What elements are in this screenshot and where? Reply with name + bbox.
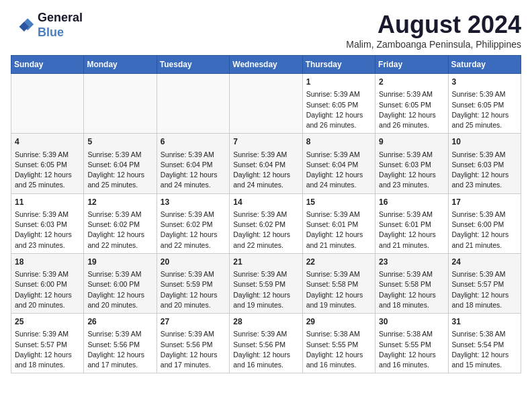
- logo-text: General Blue: [38, 11, 83, 40]
- day-info: and 25 minutes.: [452, 120, 517, 130]
- day-number: 29: [306, 316, 371, 328]
- day-info: Sunset: 5:58 PM: [379, 279, 444, 289]
- day-info: Daylight: 12 hours: [87, 170, 152, 180]
- day-info: Sunset: 6:01 PM: [379, 220, 444, 230]
- day-info: Sunset: 5:56 PM: [87, 340, 152, 350]
- day-info: Sunset: 6:02 PM: [161, 220, 226, 230]
- day-info: Daylight: 12 hours: [233, 290, 298, 300]
- day-info: Daylight: 12 hours: [161, 170, 226, 180]
- day-number: 27: [161, 316, 226, 328]
- day-info: Sunset: 6:02 PM: [87, 220, 152, 230]
- day-info: Daylight: 12 hours: [15, 230, 80, 240]
- day-info: Sunrise: 5:39 AM: [161, 150, 226, 160]
- day-info: Sunrise: 5:39 AM: [161, 269, 226, 279]
- day-info: and 15 minutes.: [452, 360, 517, 370]
- day-info: and 18 minutes.: [452, 300, 517, 310]
- sub-title: Malim, Zamboanga Peninsula, Philippines: [346, 39, 521, 50]
- day-number: 30: [379, 316, 444, 328]
- day-number: 16: [379, 197, 444, 208]
- day-number: 18: [15, 257, 80, 268]
- day-info: Daylight: 12 hours: [233, 170, 298, 180]
- calendar-cell: 27Sunrise: 5:39 AMSunset: 5:56 PMDayligh…: [157, 314, 229, 373]
- day-info: Sunset: 6:03 PM: [15, 220, 80, 230]
- calendar-cell: 28Sunrise: 5:39 AMSunset: 5:56 PMDayligh…: [230, 314, 302, 373]
- day-info: Sunrise: 5:39 AM: [233, 269, 298, 279]
- day-info: Daylight: 12 hours: [452, 230, 517, 240]
- day-info: Sunrise: 5:39 AM: [15, 210, 80, 220]
- week-row-4: 18Sunrise: 5:39 AMSunset: 6:00 PMDayligh…: [11, 253, 521, 313]
- day-info: and 16 minutes.: [379, 360, 444, 370]
- day-info: Sunrise: 5:39 AM: [306, 269, 371, 279]
- day-number: 31: [452, 316, 517, 328]
- day-info: Sunrise: 5:39 AM: [379, 269, 444, 279]
- header-sunday: Sunday: [11, 56, 84, 74]
- calendar-cell: 22Sunrise: 5:39 AMSunset: 5:58 PMDayligh…: [302, 253, 375, 313]
- day-info: Sunset: 5:55 PM: [379, 340, 444, 350]
- calendar-cell: 31Sunrise: 5:38 AMSunset: 5:54 PMDayligh…: [448, 314, 521, 373]
- day-info: Daylight: 12 hours: [306, 170, 371, 180]
- day-info: Sunset: 5:58 PM: [306, 279, 371, 289]
- day-number: 12: [87, 197, 152, 208]
- day-info: Sunrise: 5:39 AM: [379, 89, 444, 99]
- calendar-cell: 26Sunrise: 5:39 AMSunset: 5:56 PMDayligh…: [84, 314, 157, 373]
- day-info: and 21 minutes.: [452, 240, 517, 250]
- day-info: Sunset: 6:04 PM: [87, 160, 152, 170]
- day-info: Sunset: 5:55 PM: [306, 340, 371, 350]
- day-info: Sunrise: 5:39 AM: [233, 210, 298, 220]
- calendar-cell: 24Sunrise: 5:39 AMSunset: 5:57 PMDayligh…: [448, 253, 521, 313]
- logo: General Blue: [11, 11, 83, 40]
- week-row-3: 11Sunrise: 5:39 AMSunset: 6:03 PMDayligh…: [11, 193, 521, 253]
- day-info: Sunset: 6:04 PM: [233, 160, 298, 170]
- day-info: Daylight: 12 hours: [379, 170, 444, 180]
- day-info: Sunrise: 5:39 AM: [452, 89, 517, 99]
- day-info: and 24 minutes.: [233, 180, 298, 190]
- day-info: and 20 minutes.: [15, 300, 80, 310]
- calendar-cell: 17Sunrise: 5:39 AMSunset: 6:00 PMDayligh…: [448, 193, 521, 253]
- day-info: Daylight: 12 hours: [452, 350, 517, 360]
- header-tuesday: Tuesday: [157, 56, 229, 74]
- day-info: and 25 minutes.: [87, 180, 152, 190]
- calendar-cell: [84, 74, 157, 134]
- day-info: Daylight: 12 hours: [233, 350, 298, 360]
- day-info: Daylight: 12 hours: [379, 110, 444, 120]
- day-info: Sunrise: 5:39 AM: [87, 210, 152, 220]
- day-info: Sunset: 5:54 PM: [452, 340, 517, 350]
- day-number: 28: [233, 316, 298, 328]
- calendar-cell: 9Sunrise: 5:39 AMSunset: 6:03 PMDaylight…: [375, 134, 448, 193]
- day-info: Daylight: 12 hours: [306, 230, 371, 240]
- calendar-cell: 8Sunrise: 5:39 AMSunset: 6:04 PMDaylight…: [302, 134, 375, 193]
- day-number: 10: [452, 136, 517, 148]
- day-info: Daylight: 12 hours: [379, 350, 444, 360]
- logo-icon: [11, 13, 35, 38]
- day-info: Daylight: 12 hours: [15, 350, 80, 360]
- header-wednesday: Wednesday: [230, 56, 302, 74]
- day-info: and 16 minutes.: [306, 360, 371, 370]
- day-number: 3: [452, 77, 517, 88]
- calendar-cell: 6Sunrise: 5:39 AMSunset: 6:04 PMDaylight…: [157, 134, 229, 193]
- calendar-cell: 4Sunrise: 5:39 AMSunset: 6:05 PMDaylight…: [11, 134, 84, 193]
- calendar-cell: 18Sunrise: 5:39 AMSunset: 6:00 PMDayligh…: [11, 253, 84, 313]
- calendar-table: SundayMondayTuesdayWednesdayThursdayFrid…: [11, 55, 521, 373]
- day-info: Daylight: 12 hours: [306, 110, 371, 120]
- day-number: 14: [233, 197, 298, 208]
- day-info: Sunrise: 5:39 AM: [87, 150, 152, 160]
- calendar-cell: [11, 74, 84, 134]
- day-number: 21: [233, 257, 298, 268]
- calendar-cell: 1Sunrise: 5:39 AMSunset: 6:05 PMDaylight…: [302, 74, 375, 134]
- day-info: Sunset: 5:59 PM: [233, 279, 298, 289]
- day-info: Sunrise: 5:39 AM: [161, 329, 226, 339]
- day-info: Sunrise: 5:39 AM: [379, 210, 444, 220]
- day-info: Sunrise: 5:39 AM: [15, 269, 80, 279]
- day-info: Sunrise: 5:39 AM: [15, 150, 80, 160]
- day-info: and 22 minutes.: [161, 240, 226, 250]
- day-info: Sunrise: 5:39 AM: [306, 210, 371, 220]
- day-info: Daylight: 12 hours: [379, 290, 444, 300]
- day-number: 20: [161, 257, 226, 268]
- day-info: Sunset: 6:05 PM: [306, 100, 371, 110]
- day-info: Sunrise: 5:39 AM: [15, 329, 80, 339]
- calendar-cell: 30Sunrise: 5:38 AMSunset: 5:55 PMDayligh…: [375, 314, 448, 373]
- day-info: Sunset: 5:59 PM: [161, 279, 226, 289]
- day-info: and 18 minutes.: [15, 360, 80, 370]
- calendar-cell: 13Sunrise: 5:39 AMSunset: 6:02 PMDayligh…: [157, 193, 229, 253]
- day-info: and 22 minutes.: [233, 240, 298, 250]
